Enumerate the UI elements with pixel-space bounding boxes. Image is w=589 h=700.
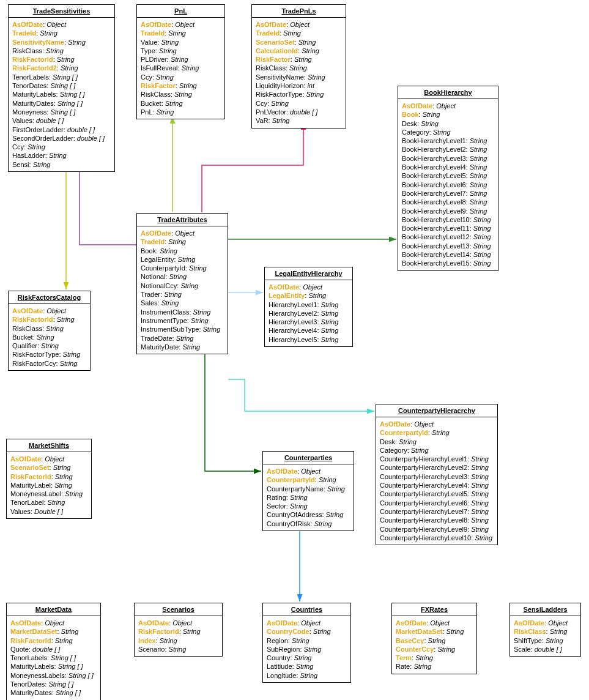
field: TenorLabels: String [ ]	[10, 653, 97, 662]
field-type: String [ ]	[56, 689, 81, 696]
field-name: HierarchyLevel2	[269, 310, 317, 317]
field-type: String	[60, 360, 78, 367]
field-type: String	[53, 464, 71, 471]
entity-body: AsOfDate: ObjectRiskFactorId: StringInde…	[135, 616, 222, 656]
field-type: double [ ]	[32, 646, 60, 653]
field-name: Type	[141, 47, 155, 54]
field-type: String	[473, 225, 491, 232]
field: RiskClass: String	[256, 64, 342, 72]
field-name: CounterpartyId	[380, 429, 428, 436]
field: BookHierarchyLevel4: String	[402, 163, 494, 171]
field-type: String	[319, 476, 336, 483]
field-type: String	[473, 259, 491, 267]
field: RiskFactorId2: String	[12, 64, 111, 72]
field: HierarchyLevel3: String	[269, 318, 349, 326]
field-type: String	[471, 490, 489, 497]
field-type: String	[475, 534, 492, 542]
field-name: BookHierarchyLevel10	[402, 216, 470, 223]
field-type: Object	[301, 467, 320, 475]
field: RiskClass: String	[514, 627, 577, 636]
field-name: BookHierarchyLevel11	[402, 225, 470, 232]
field-type: String	[193, 308, 211, 316]
entity-body: AsOfDate: ObjectMarketDataSet: StringBas…	[392, 616, 476, 674]
field: Type: String	[141, 47, 221, 55]
field-name: Ccy	[141, 73, 152, 81]
field-name: Sector	[267, 502, 286, 510]
field: CounterpartyHierarchyLevel10: String	[380, 534, 494, 542]
field-name: AsOfDate	[138, 619, 169, 627]
entity-title: SensiLadders	[510, 603, 580, 616]
field: SensitivityName: String	[256, 73, 342, 81]
field-type: String	[421, 120, 439, 127]
entity-tradePnLs: TradePnLsAsOfDate: ObjectTradeId: String…	[251, 4, 346, 128]
entity-marketShifts: MarketShiftsAsOfDate: ObjectScenarioSet:…	[6, 439, 92, 519]
field-name: AsOfDate	[141, 21, 171, 28]
field: CounterpartyId: String	[267, 475, 350, 484]
field: InstrumentType: String	[141, 316, 224, 325]
field: CalculationId: String	[256, 47, 342, 55]
field: AsOfDate: Object	[138, 619, 218, 627]
field-name: BookHierarchyLevel3	[402, 155, 466, 162]
field-type: String	[470, 163, 487, 171]
field-type: Object	[45, 455, 64, 463]
field-name: NotionalCcy	[141, 282, 177, 289]
field-type: double [ ]	[535, 646, 562, 653]
entity-body: AsOfDate: ObjectCountryCode: StringRegio…	[263, 616, 350, 682]
field: ScenarioSet: String	[10, 463, 87, 472]
field-name: Category	[402, 128, 429, 136]
entity-title: PnL	[137, 5, 224, 18]
field-name: RiskFactor	[141, 82, 176, 89]
field: MaturityLabel: String	[10, 481, 87, 490]
field: HierarchyLevel4: String	[269, 326, 349, 335]
field: MaturityLabels: String [ ]	[12, 90, 111, 99]
field: AsOfDate: Object	[10, 455, 87, 463]
field: AsOfDate: Object	[12, 20, 111, 29]
field: BookHierarchyLevel3: String	[402, 154, 494, 163]
field: BookHierarchyLevel9: String	[402, 207, 494, 215]
field-name: Sales	[141, 299, 158, 307]
field-name: RiskFactorType	[12, 351, 59, 358]
field: CounterpartyHierarchyLevel5: String	[380, 490, 494, 498]
field-type: String	[473, 216, 491, 223]
field: RiskFactorCcy: String	[12, 359, 86, 368]
field-type: String	[327, 485, 345, 493]
field-name: CountryOfAddress	[267, 511, 322, 518]
field: TenorLabels: String [ ]	[12, 73, 111, 81]
entity-scenarios: ScenariosAsOfDate: ObjectRiskFactorId: S…	[134, 603, 223, 657]
field-name: TradeId	[141, 29, 165, 37]
field-name: Rating	[267, 494, 286, 501]
field: Desk: String	[402, 119, 494, 128]
field: Scale: double [ ]	[514, 645, 577, 653]
field: Category: String	[380, 446, 494, 455]
field: LegalEntity: String	[269, 291, 349, 300]
field-type: String	[290, 502, 308, 510]
field-name: CountryCode	[267, 628, 309, 635]
field-name: Rate	[396, 663, 410, 670]
field-type: String	[321, 301, 339, 308]
field-name: AsOfDate	[12, 307, 43, 315]
field-type: String	[189, 264, 207, 272]
field-type: Double [ ]	[34, 508, 63, 515]
entity-counterparties: CounterpartiesAsOfDate: ObjectCounterpar…	[262, 451, 354, 531]
field-name: Book	[141, 247, 156, 255]
field-name: HierarchyLevel5	[269, 336, 317, 343]
field-type: String	[470, 198, 487, 206]
field: SubRegion: String	[267, 645, 347, 653]
entity-counterpartyHierarchy: CounterpartyHieracrchyAsOfDate: ObjectCo…	[376, 404, 498, 545]
field: TradeId: String	[12, 29, 111, 37]
field-type: int	[307, 82, 314, 89]
field: FirstOrderLadder: double [ ]	[12, 125, 111, 134]
field-type: String	[546, 637, 563, 644]
field-name: MaturityLabel	[10, 482, 51, 489]
field-type: Object	[45, 619, 64, 627]
field: AsOfDate: Object	[141, 229, 224, 237]
field-type: String	[298, 39, 316, 46]
field-name: Ccy	[12, 143, 24, 151]
field-type: Object	[414, 420, 434, 428]
field: InstrumentClass: String	[141, 308, 224, 316]
field-type: String	[292, 637, 309, 644]
field-name: MoneynessLabels	[10, 672, 65, 679]
field: Rating: String	[267, 493, 350, 502]
field-type: String	[46, 325, 64, 332]
field-name: TradeId	[256, 29, 280, 37]
